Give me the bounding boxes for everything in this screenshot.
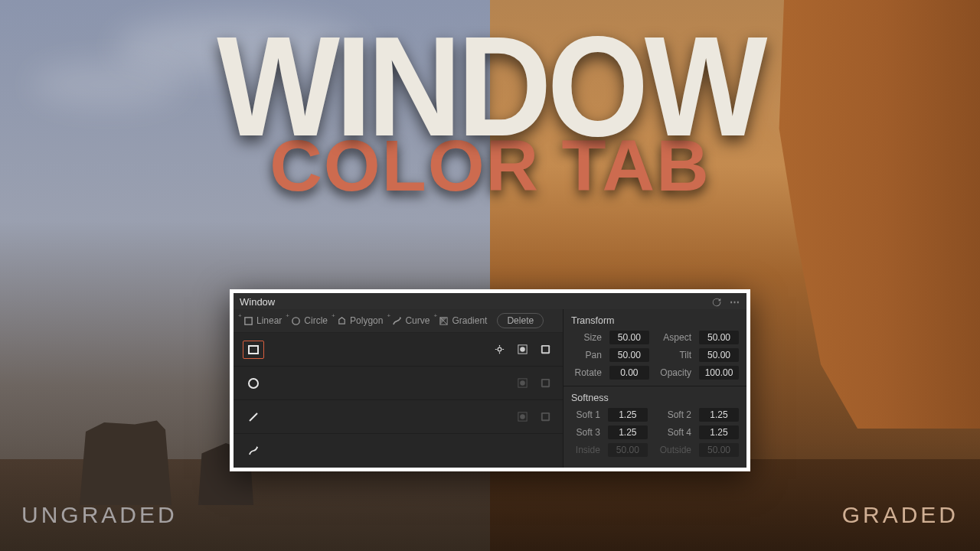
outside-label: Outside — [655, 445, 691, 455]
transform-title: Transform — [571, 315, 739, 326]
tool-curve[interactable]: + Curve — [388, 314, 433, 328]
curve-icon — [243, 442, 264, 460]
soft1-label: Soft 1 — [571, 409, 600, 420]
invert-icon[interactable] — [537, 409, 554, 425]
tool-polygon[interactable]: + Polygon — [333, 314, 387, 328]
svg-point-9 — [249, 379, 258, 388]
svg-point-6 — [520, 347, 525, 352]
svg-rect-13 — [542, 380, 548, 386]
window-panel: Window ⋯ + Linear + Circle + — [230, 289, 750, 471]
tool-circle[interactable]: + Circle — [287, 314, 332, 328]
opacity-value[interactable]: 100.00 — [699, 366, 739, 380]
tracker-icon[interactable] — [491, 342, 508, 357]
size-label: Size — [571, 332, 602, 343]
svg-point-16 — [520, 414, 525, 419]
mask-icon[interactable] — [514, 409, 531, 425]
pan-label: Pan — [571, 350, 602, 360]
svg-rect-8 — [542, 347, 548, 353]
size-value[interactable]: 50.00 — [609, 331, 649, 344]
invert-icon[interactable] — [537, 342, 554, 357]
pan-value[interactable]: 50.00 — [609, 348, 649, 362]
rotate-label: Rotate — [571, 367, 602, 378]
soft2-value[interactable]: 1.25 — [699, 408, 739, 422]
soft2-label: Soft 2 — [655, 409, 691, 420]
mask-icon[interactable] — [514, 376, 531, 391]
svg-rect-18 — [542, 414, 548, 420]
title-main: WINDOW — [39, 27, 941, 147]
outside-value: 50.00 — [699, 443, 739, 457]
aspect-label: Aspect — [657, 332, 691, 343]
inside-label: Inside — [571, 445, 600, 455]
svg-rect-3 — [249, 346, 258, 354]
reset-icon[interactable] — [711, 297, 722, 308]
tilt-label: Tilt — [657, 350, 691, 360]
svg-point-11 — [520, 380, 525, 386]
soft4-value[interactable]: 1.25 — [699, 425, 739, 439]
svg-point-4 — [498, 347, 501, 351]
soft1-value[interactable]: 1.25 — [608, 408, 648, 422]
circle-icon — [243, 374, 264, 393]
label-ungraded: UNGRADED — [21, 502, 178, 528]
shape-row-circle[interactable] — [234, 367, 563, 400]
svg-rect-0 — [245, 317, 252, 324]
options-icon[interactable]: ⋯ — [730, 296, 740, 308]
rect-icon — [243, 341, 264, 359]
soft4-label: Soft 4 — [655, 427, 691, 438]
label-graded: GRADED — [842, 502, 959, 528]
tool-gradient[interactable]: + Gradient — [435, 314, 491, 328]
rotate-value[interactable]: 0.00 — [609, 366, 649, 380]
softness-title: Softness — [571, 393, 739, 403]
panel-header: Window ⋯ — [234, 293, 746, 309]
inside-value: 50.00 — [608, 443, 648, 457]
shape-list — [234, 333, 563, 468]
mask-icon[interactable] — [514, 342, 531, 357]
soft3-label: Soft 3 — [571, 427, 600, 438]
shape-row-curve[interactable] — [234, 434, 563, 468]
soft3-value[interactable]: 1.25 — [608, 425, 648, 439]
properties-panel: Transform Size 50.00 Aspect 50.00 Pan 50… — [563, 309, 746, 468]
delete-button[interactable]: Delete — [497, 313, 544, 328]
shape-row-rect[interactable] — [234, 333, 563, 367]
line-icon — [243, 408, 264, 426]
invert-icon[interactable] — [537, 376, 554, 391]
panel-title: Window — [240, 296, 275, 308]
tool-linear[interactable]: + Linear — [240, 314, 286, 328]
svg-point-1 — [292, 317, 299, 324]
svg-line-14 — [250, 413, 257, 421]
tilt-value[interactable]: 50.00 — [699, 348, 739, 362]
title-overlay: WINDOW COLOR TAB — [0, 27, 980, 199]
shape-toolbar: + Linear + Circle + Polygon + Cu — [234, 309, 563, 333]
shape-row-line[interactable] — [234, 400, 563, 434]
aspect-value[interactable]: 50.00 — [699, 331, 739, 344]
opacity-label: Opacity — [657, 367, 691, 378]
